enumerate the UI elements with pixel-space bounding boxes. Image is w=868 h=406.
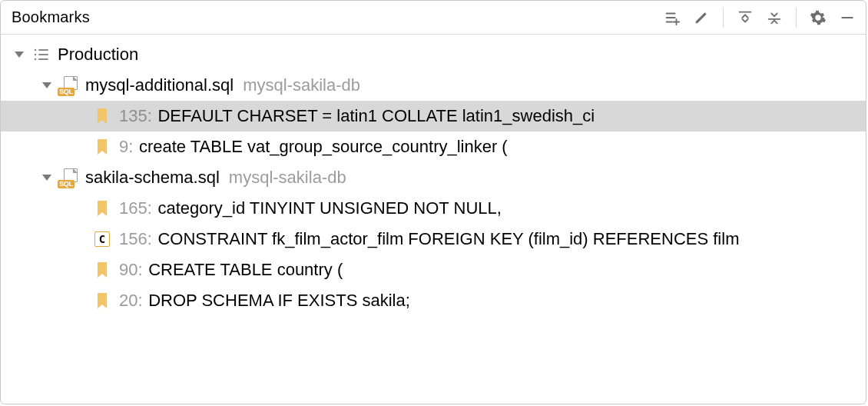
bookmark-text: DROP SCHEMA IF EXISTS sakila; [148, 291, 410, 311]
sql-file-icon: SQL [58, 167, 79, 188]
line-number: 156: [119, 229, 152, 249]
panel-header: Bookmarks [1, 1, 866, 35]
toolbar-separator [723, 8, 724, 28]
collapse-all-icon [766, 9, 783, 26]
chevron-down-icon[interactable] [12, 47, 27, 62]
line-number: 135: [119, 106, 152, 126]
sql-file-icon: SQL [58, 75, 79, 96]
line-number: 90: [119, 260, 143, 280]
bookmark-text: DEFAULT CHARSET = latin1 COLLATE latin1_… [157, 106, 595, 126]
bookmark-list-icon [30, 44, 51, 65]
settings-button[interactable] [807, 7, 829, 28]
bookmark-text: CREATE TABLE country ( [148, 260, 343, 280]
bookmark-row[interactable]: 135: DEFAULT CHARSET = latin1 COLLATE la… [1, 101, 866, 131]
bookmark-icon [91, 290, 113, 311]
file-name: sakila-schema.sql [85, 168, 220, 188]
chevron-down-icon[interactable] [39, 170, 55, 185]
file-path: mysql-sakila-db [229, 168, 346, 188]
pencil-icon [694, 10, 709, 25]
tree-root-row[interactable]: Production [1, 39, 866, 70]
bookmarks-tree[interactable]: Production SQL mysql-additional.sql mysq… [1, 35, 866, 404]
line-number: 9: [119, 137, 133, 157]
bookmark-row[interactable]: C 156: CONSTRAINT fk_film_actor_film FOR… [1, 224, 866, 255]
tree-root-label: Production [58, 45, 138, 65]
edit-button[interactable] [691, 7, 712, 28]
toolbar-separator [796, 8, 797, 28]
svg-point-8 [35, 49, 37, 52]
svg-point-10 [35, 54, 37, 56]
expand-all-button[interactable] [734, 7, 756, 28]
bookmark-row[interactable]: 9: create TABLE vat_group_source_country… [1, 131, 866, 162]
mnemonic-bookmark-icon: C [91, 228, 113, 250]
bookmarks-panel: Bookmarks [0, 0, 866, 404]
bookmark-row[interactable]: 20: DROP SCHEMA IF EXISTS sakila; [1, 285, 866, 316]
svg-point-12 [35, 58, 37, 61]
bookmark-icon [91, 105, 113, 127]
panel-title: Bookmarks [12, 8, 661, 26]
bookmark-text: create TABLE vat_group_source_country_li… [139, 137, 508, 157]
file-path: mysql-sakila-db [243, 75, 360, 95]
bookmark-icon [91, 259, 113, 281]
collapse-all-button[interactable] [764, 7, 785, 28]
add-bookmark-list-button[interactable] [661, 7, 683, 28]
tree-file-row[interactable]: SQL mysql-additional.sql mysql-sakila-db [1, 70, 866, 101]
chevron-down-icon[interactable] [39, 78, 55, 93]
bookmark-row[interactable]: 165: category_id TINYINT UNSIGNED NOT NU… [1, 193, 866, 224]
bookmark-row[interactable]: 90: CREATE TABLE country ( [1, 255, 866, 285]
bookmark-text: CONSTRAINT fk_film_actor_film FOREIGN KE… [157, 229, 739, 249]
bookmark-icon [91, 136, 113, 158]
gear-icon [810, 9, 827, 26]
add-list-icon [664, 9, 681, 26]
line-number: 165: [119, 198, 152, 218]
expand-all-icon [737, 9, 754, 26]
bookmark-icon [91, 198, 113, 219]
minimize-icon [840, 10, 855, 25]
panel-toolbar [661, 7, 858, 28]
bookmark-text: category_id TINYINT UNSIGNED NOT NULL, [157, 198, 501, 218]
file-name: mysql-additional.sql [85, 75, 234, 95]
tree-file-row[interactable]: SQL sakila-schema.sql mysql-sakila-db [1, 162, 866, 193]
hide-panel-button[interactable] [837, 7, 858, 28]
line-number: 20: [119, 291, 143, 311]
